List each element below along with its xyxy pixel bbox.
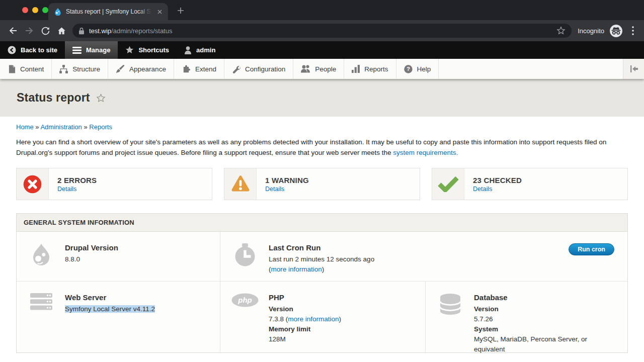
run-cron-button[interactable]: Run cron (569, 243, 614, 255)
hamburger-icon (72, 47, 82, 54)
window-controls (22, 7, 48, 13)
svg-text:php: php (237, 296, 252, 304)
shortcuts-button[interactable]: Shortcuts (118, 41, 177, 59)
page-title: Status report (17, 91, 90, 105)
url-text: test.wip/admin/reports/status (89, 27, 172, 35)
url-path: /admin/reports/status (111, 27, 172, 35)
close-tab-icon[interactable] (155, 8, 164, 16)
menu-label: Structure (72, 65, 100, 73)
menu-item-people[interactable]: People (293, 59, 344, 79)
help-icon: ? (404, 65, 413, 73)
menu-label: Configuration (245, 65, 285, 73)
user-icon (184, 46, 192, 54)
cron-more-information-link[interactable]: more information (271, 265, 322, 273)
breadcrumb-reports-link[interactable]: Reports (89, 123, 112, 131)
menu-item-content[interactable]: Content (0, 59, 52, 79)
bar-chart-icon (352, 65, 360, 73)
intro-text: Here you can find a short overview of yo… (16, 138, 606, 156)
cell-text: Database Version 5.7.26 System MySQL, Ma… (474, 293, 617, 343)
status-card-warnings: 1 WARNING Details (224, 168, 420, 200)
cron-title: Last Cron Run (269, 243, 374, 252)
breadcrumb-administration-link[interactable]: Administration (40, 123, 82, 131)
browser-window: Status report | Symfony Local Se test.wi… (0, 0, 644, 362)
structure-icon (59, 65, 68, 73)
cell-text: PHP Version 7.3.8 (more information) Mem… (269, 293, 341, 343)
checked-count-label: 23 CHECKED (473, 176, 522, 185)
manage-label: Manage (86, 46, 110, 54)
card-body: 2 ERRORS Details (49, 168, 105, 200)
menu-item-extend[interactable]: Extend (174, 59, 224, 79)
wrench-icon (232, 65, 240, 73)
tray-collapse-button[interactable] (623, 59, 644, 79)
drupal-logo-icon (28, 243, 55, 272)
back-to-site-button[interactable]: Back to site (0, 41, 65, 59)
breadcrumb-separator: » (84, 123, 87, 131)
drupal-admin-bar: Back to site Manage Shortcuts admin (0, 41, 644, 59)
php-logo-icon: php (231, 293, 259, 343)
star-icon (125, 46, 134, 54)
php-version-label: Version (269, 304, 341, 314)
php-version-number: 7.3.8 (269, 315, 284, 323)
info-row-2: Web Server Symfony Local Server v4.11.2 … (17, 282, 627, 352)
close-window-button[interactable] (22, 7, 28, 13)
info-cell-last-cron-run: Last Cron Run Last run 2 minutes 12 seco… (220, 232, 627, 281)
section-heading: GENERAL SYSTEM INFORMATION (17, 214, 627, 232)
errors-details-link[interactable]: Details (57, 186, 97, 193)
user-menu-button[interactable]: admin (177, 41, 223, 59)
paren: ) (339, 315, 342, 323)
forward-button[interactable] (21, 23, 37, 39)
drupal-version-value: 8.8.0 (65, 254, 118, 264)
info-cell-database: Database Version 5.7.26 System MySQL, Ma… (426, 282, 627, 352)
clock-icon (231, 243, 259, 272)
database-icon (437, 293, 464, 343)
system-requirements-link[interactable]: system requirements. (393, 149, 458, 156)
info-cell-web-server: Web Server Symfony Local Server v4.11.2 (17, 282, 220, 352)
incognito-icon (609, 24, 623, 38)
bookmark-star-button[interactable] (556, 26, 566, 35)
card-body: 23 CHECKED Details (464, 168, 530, 200)
warnings-details-link[interactable]: Details (265, 186, 309, 193)
minimize-window-button[interactable] (32, 7, 38, 13)
browser-toolbar: test.wip/admin/reports/status Incognito (0, 20, 644, 41)
menu-item-structure[interactable]: Structure (52, 59, 108, 79)
php-more-information-link[interactable]: more information (288, 315, 339, 323)
database-system-value: MySQL, MariaDB, Percona Server, or equiv… (474, 334, 617, 354)
status-card-checked: 23 CHECKED Details (432, 168, 628, 200)
browser-tab[interactable]: Status report | Symfony Local Se (48, 3, 168, 20)
menu-item-appearance[interactable]: Appearance (108, 59, 174, 79)
favorite-star-icon[interactable] (96, 94, 106, 103)
info-row-1: Drupal Version 8.8.0 Last Cron Run Last … (17, 232, 627, 282)
drupal-admin-menu: Content Structure Appearance Extend Conf… (0, 59, 644, 79)
back-button[interactable] (5, 23, 21, 39)
back-to-site-label: Back to site (21, 46, 57, 54)
manage-button[interactable]: Manage (65, 41, 118, 59)
home-button[interactable] (53, 23, 69, 39)
menu-label: Appearance (129, 65, 166, 73)
menu-item-configuration[interactable]: Configuration (224, 59, 293, 79)
menu-item-help[interactable]: ? Help (396, 59, 439, 79)
menu-item-reports[interactable]: Reports (344, 59, 396, 79)
menu-label: Reports (364, 65, 388, 73)
breadcrumb-home-link[interactable]: Home (16, 123, 34, 131)
puzzle-icon (182, 65, 191, 73)
web-server-title: Web Server (65, 293, 155, 302)
cell-text: Last Cron Run Last run 2 minutes 12 seco… (269, 243, 374, 272)
shortcuts-label: Shortcuts (138, 46, 169, 54)
database-version-value: 5.7.26 (474, 314, 617, 324)
page-content: Home » Administration » Reports Here you… (0, 117, 644, 353)
browser-menu-button[interactable] (627, 23, 639, 39)
info-cell-php: php PHP Version 7.3.8 (more information)… (220, 282, 426, 352)
php-title: PHP (269, 293, 341, 302)
url-host: test.wip (89, 27, 111, 35)
status-card-errors: 2 ERRORS Details (16, 168, 212, 200)
fullscreen-window-button[interactable] (42, 7, 48, 13)
address-bar[interactable]: test.wip/admin/reports/status (72, 24, 572, 38)
cron-more-info: (more information) (269, 264, 374, 275)
lock-icon (78, 27, 85, 35)
cron-status: Last run 2 minutes 12 seconds ago (269, 254, 374, 264)
database-system-label: System (474, 324, 617, 334)
new-tab-button[interactable] (175, 5, 186, 16)
people-icon (301, 65, 310, 73)
checked-details-link[interactable]: Details (473, 186, 522, 193)
reload-button[interactable] (37, 23, 53, 39)
